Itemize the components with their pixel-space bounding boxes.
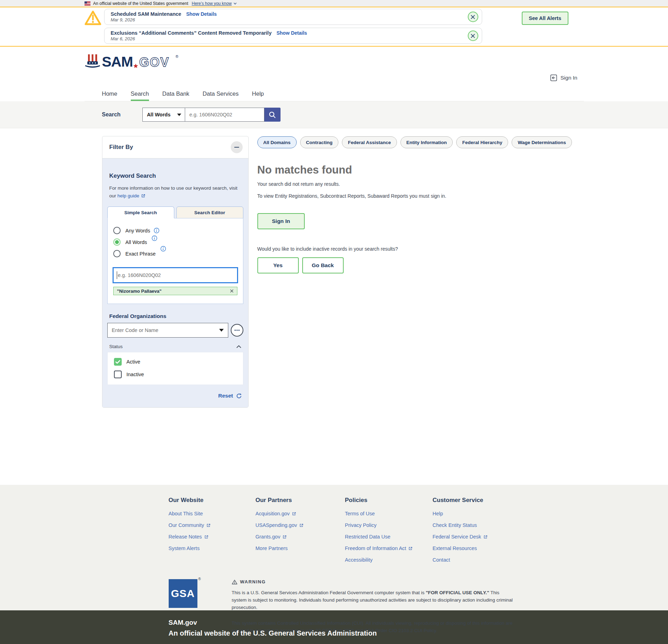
alert-exclusions: Exclusions “Additional Comments” Content… [104, 28, 482, 44]
gsa-registered-mark: ® [198, 577, 201, 581]
nav-item-data-bank[interactable]: Data Bank [162, 86, 189, 101]
nav-item-help[interactable]: Help [252, 86, 264, 101]
site-footer: Our Website About This Site Our Communit… [0, 485, 668, 610]
main-content: Filter By Keyword Search For more inform… [85, 128, 584, 485]
warning-heading: WARNING [240, 579, 266, 584]
gov-banner: An official website of the United States… [0, 0, 668, 7]
footer-link-release-notes[interactable]: Release Notes [169, 534, 256, 540]
chip-remove-icon[interactable] [230, 289, 234, 293]
no-results-message: Your search did not return any results. [257, 181, 584, 187]
alert-title: Exclusions “Additional Comments” Content… [111, 30, 272, 36]
federal-orgs-more-button[interactable] [231, 324, 243, 337]
footer-link-check-entity-status[interactable]: Check Entity Status [433, 522, 584, 528]
footer-link-usaspending-gov[interactable]: USASpending.gov [256, 522, 345, 528]
sign-in-button[interactable]: Sign In [257, 213, 305, 229]
pill-contracting[interactable]: Contracting [300, 136, 339, 148]
footer-link-privacy-policy[interactable]: Privacy Policy [345, 522, 433, 528]
keyword-input[interactable]: e.g. 1606N020Q02 [113, 267, 238, 283]
external-link-icon [204, 535, 209, 539]
external-link-icon [141, 194, 146, 198]
check-icon [115, 360, 120, 364]
reset-filters-link[interactable]: Reset [218, 393, 233, 399]
external-link-icon [483, 535, 488, 539]
pill-all-domains[interactable]: All Domains [257, 136, 297, 148]
footer-link-system-alerts[interactable]: System Alerts [169, 545, 256, 551]
alert-show-details-link[interactable]: Show Details [186, 11, 217, 17]
radio-all-words[interactable] [113, 238, 121, 246]
footer-link-terms-of-use[interactable]: Terms of Use [345, 511, 433, 516]
nav-item-home[interactable]: Home [102, 86, 117, 101]
federal-orgs-input[interactable]: Enter Code or Name [107, 323, 228, 338]
footer-link-contact[interactable]: Contact [433, 557, 584, 563]
checkbox-inactive[interactable] [114, 371, 122, 378]
logo-registered-mark: ® [176, 54, 178, 59]
footer-link-about-this-site[interactable]: About This Site [169, 511, 256, 516]
footer-link-external-resources[interactable]: External Resources [433, 545, 584, 551]
close-icon [471, 15, 475, 19]
no-matches-title: No matches found [257, 164, 584, 176]
radio-exact-phrase[interactable] [113, 250, 121, 257]
gsa-logo: GSA [169, 579, 197, 608]
pill-federal-assistance[interactable]: Federal Assistance [342, 136, 397, 148]
yes-button[interactable]: Yes [257, 257, 299, 273]
alert-close-button[interactable] [468, 12, 478, 22]
page: An official website of the United States… [0, 0, 668, 644]
footer-link-grants-gov[interactable]: Grants.gov [256, 534, 345, 540]
info-icon[interactable] [154, 228, 160, 233]
dropdown-arrow-icon [219, 329, 224, 332]
go-back-button[interactable]: Go Back [302, 257, 344, 273]
footer-link-help[interactable]: Help [433, 511, 584, 516]
search-icon [268, 111, 276, 119]
keyword-tabs: Simple Search Search Editor [107, 206, 243, 218]
radio-any-words[interactable] [113, 227, 121, 234]
banner-how-you-know-link[interactable]: Here’s how you know [192, 1, 237, 6]
reset-refresh-icon[interactable] [236, 393, 242, 399]
uncle-sam-hat-icon [85, 54, 101, 69]
nav-item-data-services[interactable]: Data Services [203, 86, 239, 101]
see-all-alerts-button[interactable]: See All Alerts [522, 12, 568, 25]
footer-link-our-community[interactable]: Our Community [169, 522, 256, 528]
pill-federal-hierarchy[interactable]: Federal Hierarchy [456, 136, 508, 148]
dark-footer-subtitle: An official website of the U.S. General … [169, 629, 584, 637]
search-mode-select[interactable]: All Words [142, 108, 185, 122]
pill-entity-information[interactable]: Entity Information [400, 136, 453, 148]
footer-link-restricted-data-use[interactable]: Restricted Data Use [345, 534, 433, 540]
footer-col-our-website: Our Website About This Site Our Communit… [169, 497, 256, 569]
footer-link-foia[interactable]: Freedom of Information Act [345, 545, 433, 551]
alert-date: Mar 9, 2026 [111, 17, 482, 22]
search-input[interactable]: e.g. 1606N020Q02 [185, 108, 264, 122]
alert-show-details-link[interactable]: Show Details [276, 30, 307, 36]
simple-search-panel: Any Words All Words [107, 218, 243, 304]
sam-gov-logo[interactable]: SAM GOV ® [85, 54, 178, 69]
external-link-icon [299, 523, 304, 528]
site-header: SAM GOV ® Sign In [0, 47, 668, 86]
warning-block: WARNING This is a U.S. General Services … [232, 579, 516, 635]
close-icon [471, 34, 475, 38]
filter-by-title: Filter By [109, 144, 133, 151]
external-link-icon [408, 546, 413, 551]
footer-col-customer-service: Customer Service Help Check Entity Statu… [433, 497, 584, 569]
checkbox-active[interactable] [114, 358, 122, 366]
main-nav: Home Search Data Bank Data Services Help [85, 86, 584, 101]
info-icon[interactable] [151, 235, 157, 241]
collapse-filters-button[interactable] [231, 141, 243, 153]
tab-simple-search[interactable]: Simple Search [107, 206, 174, 218]
search-submit-button[interactable] [264, 108, 281, 122]
search-band-label: Search [102, 111, 121, 118]
alert-close-button[interactable] [468, 30, 478, 41]
status-section-toggle[interactable]: Status [109, 344, 241, 349]
ellipsis-icon [234, 330, 240, 331]
info-icon[interactable] [160, 246, 166, 252]
domain-filter-pills: All Domains Contracting Federal Assistan… [257, 136, 584, 148]
alert-maintenance: Scheduled SAM Maintenance Show Details M… [104, 9, 482, 25]
footer-link-accessibility[interactable]: Accessibility [345, 557, 433, 563]
footer-link-acquisition-gov[interactable]: Acquisition.gov [256, 511, 345, 516]
footer-link-more-partners[interactable]: More Partners [256, 545, 345, 551]
nav-item-search[interactable]: Search [131, 86, 149, 101]
footer-link-federal-service-desk[interactable]: Federal Service Desk [433, 534, 584, 540]
pill-wage-determinations[interactable]: Wage Determinations [512, 136, 572, 148]
help-guide-link[interactable]: help guide [117, 192, 146, 200]
tab-search-editor[interactable]: Search Editor [176, 206, 243, 218]
header-sign-in-link[interactable]: Sign In [550, 74, 577, 81]
external-link-icon [206, 523, 211, 528]
